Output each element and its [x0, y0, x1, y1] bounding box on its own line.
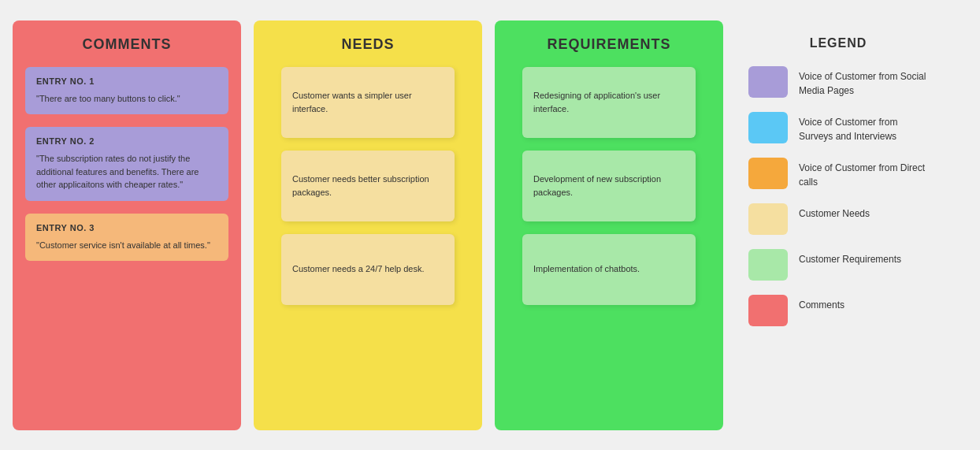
- req-card-1[interactable]: Redesigning of application's user interf…: [522, 67, 696, 138]
- comment-card-2-title: ENTRY NO. 2: [36, 136, 217, 146]
- main-container: COMMENTS ENTRY NO. 1 "There are too many…: [13, 20, 967, 430]
- comment-card-1-title: ENTRY NO. 1: [36, 76, 217, 86]
- legend-item-requirements: Customer Requirements: [748, 249, 928, 281]
- legend-column: LEGEND Voice of Customer from Social Med…: [736, 20, 941, 356]
- legend-item-social: Voice of Customer from Social Media Page…: [748, 66, 928, 98]
- legend-label-surveys: Voice of Customer from Surveys and Inter…: [799, 112, 928, 143]
- legend-label-social: Voice of Customer from Social Media Page…: [799, 66, 928, 98]
- requirements-title: REQUIREMENTS: [547, 36, 670, 53]
- req-card-2[interactable]: Development of new subscription packages…: [522, 151, 696, 221]
- legend-color-comments: [748, 295, 788, 326]
- comment-card-2[interactable]: ENTRY NO. 2 "The subscription rates do n…: [25, 127, 228, 201]
- legend-color-direct: [748, 158, 788, 189]
- req-card-2-text: Development of new subscription packages…: [533, 173, 685, 199]
- needs-title: NEEDS: [341, 36, 394, 53]
- needs-column: NEEDS Customer wants a simpler user inte…: [254, 20, 482, 430]
- req-card-1-text: Redesigning of application's user interf…: [533, 89, 685, 115]
- comment-card-3-title: ENTRY NO. 3: [36, 223, 217, 232]
- legend-item-surveys: Voice of Customer from Surveys and Inter…: [748, 112, 928, 143]
- legend-color-requirements: [748, 249, 788, 281]
- need-card-3-text: Customer needs a 24/7 help desk.: [292, 262, 425, 276]
- legend-item-comments: Comments: [748, 295, 928, 326]
- need-card-1[interactable]: Customer wants a simpler user interface.: [281, 67, 455, 138]
- comments-column: COMMENTS ENTRY NO. 1 "There are too many…: [13, 20, 241, 430]
- comment-card-1-text: "There are too many buttons to click.": [36, 92, 217, 106]
- legend-label-needs: Customer Needs: [799, 203, 870, 221]
- legend-label-requirements: Customer Requirements: [799, 249, 901, 266]
- comment-card-1[interactable]: ENTRY NO. 1 "There are too many buttons …: [25, 67, 228, 115]
- requirements-column: REQUIREMENTS Redesigning of application'…: [495, 20, 723, 430]
- comment-card-3[interactable]: ENTRY NO. 3 "Customer service isn't avai…: [25, 214, 228, 262]
- legend-label-comments: Comments: [799, 295, 845, 312]
- need-card-1-text: Customer wants a simpler user interface.: [292, 89, 444, 115]
- need-card-2[interactable]: Customer needs better subscription packa…: [281, 151, 455, 221]
- legend-item-needs: Customer Needs: [748, 203, 928, 235]
- need-card-2-text: Customer needs better subscription packa…: [292, 173, 444, 199]
- legend-color-social: [748, 66, 788, 98]
- legend-color-needs: [748, 203, 788, 235]
- comment-card-2-text: "The subscription rates do not justify t…: [36, 152, 217, 192]
- legend-label-direct: Voice of Customer from Direct calls: [799, 158, 928, 189]
- legend-color-surveys: [748, 112, 788, 143]
- req-card-3-text: Implementation of chatbots.: [533, 262, 640, 276]
- req-card-3[interactable]: Implementation of chatbots.: [522, 234, 696, 305]
- legend-title: LEGEND: [748, 36, 928, 50]
- comment-card-3-text: "Customer service isn't available at all…: [36, 239, 217, 252]
- need-card-3[interactable]: Customer needs a 24/7 help desk.: [281, 234, 455, 305]
- legend-item-direct: Voice of Customer from Direct calls: [748, 158, 928, 189]
- comments-title: COMMENTS: [83, 36, 172, 53]
